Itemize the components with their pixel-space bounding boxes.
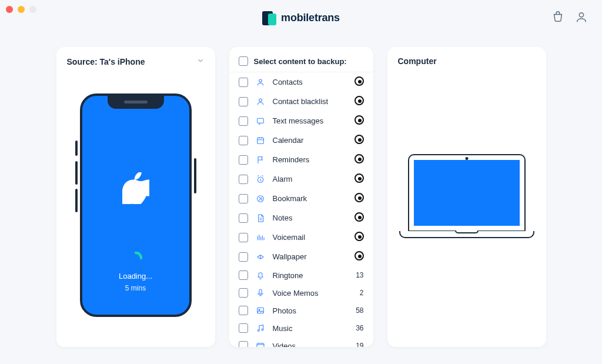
content-row-contacts[interactable]: Contacts (229, 72, 373, 92)
content-row-contact-blacklist[interactable]: Contact blacklist (229, 92, 373, 111)
item-label: Notes (273, 213, 344, 222)
item-checkbox[interactable] (239, 155, 248, 165)
item-checkbox[interactable] (239, 136, 248, 145)
item-checkbox[interactable] (239, 97, 248, 106)
item-label: Ringtone (273, 271, 344, 280)
item-label: Wallpaper (273, 252, 344, 261)
item-checkbox[interactable] (239, 252, 248, 262)
wallpaper-icon (255, 252, 266, 262)
loading-status-icon (351, 212, 364, 223)
item-checkbox[interactable] (239, 323, 248, 333)
item-checkbox[interactable] (239, 288, 248, 298)
item-count: 58 (351, 306, 364, 315)
item-count: 2 (351, 289, 364, 297)
item-label: Voicemail (273, 233, 344, 242)
loading-spinner-icon (129, 252, 142, 265)
loading-text: Loading... (82, 272, 189, 280)
source-panel: Source: Ta's iPhone Load (56, 47, 215, 347)
item-checkbox[interactable] (239, 341, 248, 347)
apple-logo-icon (122, 172, 149, 206)
svg-point-0 (579, 13, 583, 17)
content-row-music[interactable]: Music36 (229, 319, 373, 337)
item-count: 19 (351, 342, 364, 347)
account-icon[interactable] (575, 11, 588, 26)
content-row-reminders[interactable]: Reminders (229, 150, 373, 169)
cart-icon[interactable] (551, 11, 564, 26)
item-checkbox[interactable] (239, 306, 248, 315)
item-count: 36 (351, 324, 364, 332)
loading-status-icon (351, 173, 364, 185)
select-all-checkbox[interactable] (239, 56, 248, 66)
content-list: ContactsContact blacklistText messagesCa… (229, 72, 373, 347)
item-checkbox[interactable] (239, 116, 248, 126)
loading-status-icon (351, 135, 364, 146)
source-device-illustration: Loading... 5 mins (80, 93, 192, 317)
item-label: Contacts (273, 78, 344, 86)
music-icon (255, 323, 266, 333)
item-label: Text messages (273, 116, 344, 125)
flag-icon (255, 155, 266, 165)
chevron-down-icon[interactable] (196, 56, 205, 66)
loading-status-icon (351, 251, 364, 262)
item-checkbox[interactable] (239, 194, 248, 203)
loading-status-icon (351, 232, 364, 243)
brand-logo: mobiletrans (262, 10, 340, 25)
voicemail-icon (255, 233, 266, 242)
item-label: Photos (273, 306, 344, 315)
loading-status-icon (351, 115, 364, 126)
bell-icon (255, 271, 266, 280)
select-title: Select content to backup: (254, 57, 347, 66)
item-label: Contact blacklist (273, 97, 344, 106)
destination-device-illustration (399, 154, 534, 238)
content-row-voice-memos[interactable]: Voice Memos2 (229, 284, 373, 302)
video-icon (255, 341, 266, 347)
item-label: Videos (273, 342, 344, 348)
item-checkbox[interactable] (239, 271, 248, 280)
item-checkbox[interactable] (239, 175, 248, 184)
content-row-calendar[interactable]: Calendar (229, 131, 373, 150)
brand-logo-icon (262, 10, 277, 25)
user-icon (255, 78, 266, 87)
app-header: mobiletrans (0, 0, 602, 35)
loading-status-icon (351, 96, 364, 107)
content-row-alarm[interactable]: Alarm (229, 169, 373, 189)
content-row-notes[interactable]: Notes (229, 208, 373, 228)
item-label: Calendar (273, 136, 344, 145)
content-select-panel: Select content to backup: ContactsContac… (229, 47, 373, 347)
item-label: Voice Memos (273, 289, 344, 298)
content-row-videos[interactable]: Videos19 (229, 337, 373, 347)
content-row-wallpaper[interactable]: Wallpaper (229, 247, 373, 266)
item-checkbox[interactable] (239, 233, 248, 242)
loading-status-icon (351, 76, 364, 88)
alarm-icon (255, 175, 266, 184)
loading-eta: 5 mins (82, 284, 189, 292)
item-label: Bookmark (273, 194, 344, 203)
content-row-voicemail[interactable]: Voicemail (229, 228, 373, 247)
mic-icon (255, 288, 266, 298)
item-label: Reminders (273, 155, 344, 164)
item-count: 13 (351, 271, 364, 279)
destination-label: Computer (398, 56, 437, 66)
item-label: Alarm (273, 175, 344, 183)
chat-icon (255, 116, 266, 126)
loading-status-icon (351, 193, 364, 204)
source-label: Source: Ta's iPhone (67, 57, 145, 66)
bookmark-icon (255, 194, 266, 203)
photo-icon (255, 306, 266, 315)
content-row-photos[interactable]: Photos58 (229, 302, 373, 319)
item-checkbox[interactable] (239, 78, 248, 87)
user-icon (255, 97, 266, 106)
content-row-bookmark[interactable]: Bookmark (229, 189, 373, 208)
note-icon (255, 213, 266, 223)
brand-name: mobiletrans (281, 12, 340, 24)
item-checkbox[interactable] (239, 213, 248, 223)
content-row-ringtone[interactable]: Ringtone13 (229, 266, 373, 284)
loading-status-icon (351, 154, 364, 165)
calendar-icon (255, 136, 266, 145)
destination-panel: Computer (387, 47, 546, 347)
content-row-text-messages[interactable]: Text messages (229, 111, 373, 131)
item-label: Music (273, 324, 344, 333)
